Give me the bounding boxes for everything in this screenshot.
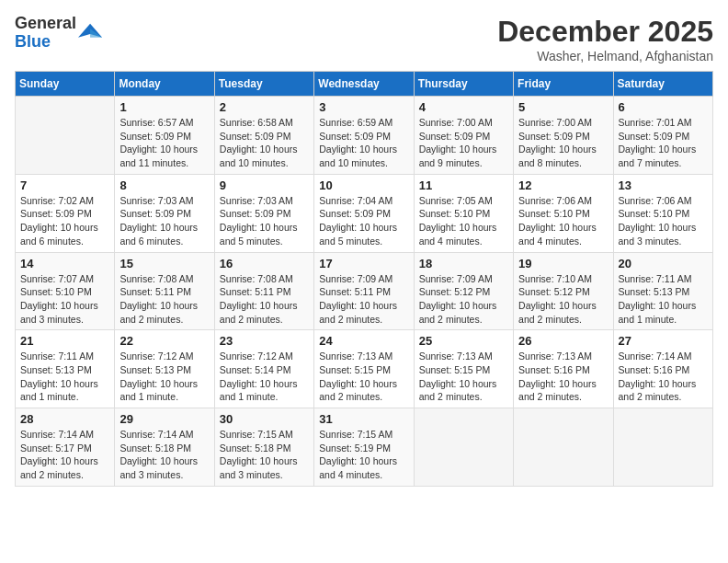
day-number: 2 [220, 100, 309, 114]
calendar-header-cell: Saturday [613, 72, 712, 97]
calendar-header-cell: Tuesday [214, 72, 313, 97]
calendar-header-cell: Monday [115, 72, 214, 97]
calendar-header-cell: Friday [514, 72, 613, 97]
calendar-day-cell: 11Sunrise: 7:05 AM Sunset: 5:10 PM Dayli… [414, 174, 513, 252]
calendar-day-cell: 18Sunrise: 7:09 AM Sunset: 5:12 PM Dayli… [414, 252, 513, 330]
day-number: 28 [20, 412, 109, 426]
calendar-day-cell: 2Sunrise: 6:58 AM Sunset: 5:09 PM Daylig… [214, 97, 313, 175]
calendar-day-cell: 28Sunrise: 7:14 AM Sunset: 5:17 PM Dayli… [16, 408, 115, 487]
calendar-day-cell [514, 408, 613, 487]
month-title: December 2025 [497, 15, 713, 49]
calendar-week-row: 7Sunrise: 7:02 AM Sunset: 5:09 PM Daylig… [16, 174, 713, 252]
calendar-day-cell: 1Sunrise: 6:57 AM Sunset: 5:09 PM Daylig… [115, 97, 214, 175]
calendar-day-cell: 5Sunrise: 7:00 AM Sunset: 5:09 PM Daylig… [514, 97, 613, 175]
day-info: Sunrise: 7:03 AM Sunset: 5:09 PM Dayligh… [119, 195, 198, 247]
day-number: 10 [319, 178, 408, 192]
calendar-day-cell: 22Sunrise: 7:12 AM Sunset: 5:13 PM Dayli… [115, 330, 214, 408]
calendar-table: SundayMondayTuesdayWednesdayThursdayFrid… [15, 71, 713, 487]
day-number: 3 [319, 100, 408, 114]
page-header: General Blue December 2025 Washer, Helma… [15, 15, 713, 63]
day-number: 27 [619, 334, 708, 348]
day-number: 23 [220, 334, 309, 348]
day-number: 20 [619, 257, 708, 270]
day-info: Sunrise: 7:00 AM Sunset: 5:09 PM Dayligh… [518, 117, 597, 168]
day-info: Sunrise: 7:15 AM Sunset: 5:19 PM Dayligh… [319, 429, 397, 480]
calendar-day-cell: 14Sunrise: 7:07 AM Sunset: 5:10 PM Dayli… [16, 252, 115, 330]
day-info: Sunrise: 7:06 AM Sunset: 5:10 PM Dayligh… [518, 195, 597, 247]
day-number: 12 [518, 178, 608, 192]
calendar-day-cell: 4Sunrise: 7:00 AM Sunset: 5:09 PM Daylig… [414, 97, 513, 175]
day-number: 11 [419, 178, 508, 192]
calendar-day-cell: 7Sunrise: 7:02 AM Sunset: 5:09 PM Daylig… [16, 174, 115, 252]
day-info: Sunrise: 7:13 AM Sunset: 5:15 PM Dayligh… [319, 350, 397, 402]
day-info: Sunrise: 7:13 AM Sunset: 5:16 PM Dayligh… [518, 350, 597, 402]
day-info: Sunrise: 7:09 AM Sunset: 5:11 PM Dayligh… [319, 273, 397, 325]
day-info: Sunrise: 6:58 AM Sunset: 5:09 PM Dayligh… [220, 117, 298, 168]
logo-icon [78, 20, 104, 46]
day-number: 21 [20, 334, 109, 348]
day-info: Sunrise: 7:13 AM Sunset: 5:15 PM Dayligh… [419, 350, 497, 402]
calendar-day-cell: 10Sunrise: 7:04 AM Sunset: 5:09 PM Dayli… [314, 174, 414, 252]
calendar-header-cell: Sunday [16, 72, 115, 97]
calendar-day-cell: 21Sunrise: 7:11 AM Sunset: 5:13 PM Dayli… [16, 330, 115, 408]
calendar-day-cell: 6Sunrise: 7:01 AM Sunset: 5:09 PM Daylig… [613, 97, 712, 175]
day-number: 16 [220, 257, 309, 270]
calendar-week-row: 14Sunrise: 7:07 AM Sunset: 5:10 PM Dayli… [16, 252, 713, 330]
day-info: Sunrise: 7:11 AM Sunset: 5:13 PM Dayligh… [20, 350, 98, 402]
calendar-week-row: 21Sunrise: 7:11 AM Sunset: 5:13 PM Dayli… [16, 330, 713, 408]
calendar-day-cell [613, 408, 712, 487]
calendar-day-cell: 13Sunrise: 7:06 AM Sunset: 5:10 PM Dayli… [613, 174, 712, 252]
day-number: 6 [619, 100, 708, 114]
day-info: Sunrise: 7:12 AM Sunset: 5:13 PM Dayligh… [119, 350, 198, 402]
day-info: Sunrise: 7:05 AM Sunset: 5:10 PM Dayligh… [419, 195, 497, 247]
day-info: Sunrise: 7:15 AM Sunset: 5:18 PM Dayligh… [220, 429, 298, 480]
day-number: 14 [20, 257, 109, 270]
calendar-day-cell: 12Sunrise: 7:06 AM Sunset: 5:10 PM Dayli… [514, 174, 613, 252]
calendar-day-cell: 8Sunrise: 7:03 AM Sunset: 5:09 PM Daylig… [115, 174, 214, 252]
calendar-day-cell: 23Sunrise: 7:12 AM Sunset: 5:14 PM Dayli… [214, 330, 313, 408]
day-info: Sunrise: 7:14 AM Sunset: 5:18 PM Dayligh… [119, 429, 198, 480]
title-block: December 2025 Washer, Helmand, Afghanist… [497, 15, 713, 63]
calendar-day-cell: 27Sunrise: 7:14 AM Sunset: 5:16 PM Dayli… [613, 330, 712, 408]
calendar-week-row: 28Sunrise: 7:14 AM Sunset: 5:17 PM Dayli… [16, 408, 713, 487]
day-number: 5 [518, 100, 608, 114]
day-info: Sunrise: 6:57 AM Sunset: 5:09 PM Dayligh… [119, 117, 198, 168]
calendar-header-row: SundayMondayTuesdayWednesdayThursdayFrid… [16, 72, 713, 97]
calendar-day-cell: 17Sunrise: 7:09 AM Sunset: 5:11 PM Dayli… [314, 252, 414, 330]
day-number: 29 [119, 412, 209, 426]
day-number: 4 [419, 100, 508, 114]
calendar-day-cell: 25Sunrise: 7:13 AM Sunset: 5:15 PM Dayli… [414, 330, 513, 408]
calendar-day-cell: 31Sunrise: 7:15 AM Sunset: 5:19 PM Dayli… [314, 408, 414, 487]
calendar-day-cell: 3Sunrise: 6:59 AM Sunset: 5:09 PM Daylig… [314, 97, 414, 175]
day-info: Sunrise: 7:11 AM Sunset: 5:13 PM Dayligh… [619, 273, 697, 325]
logo-general-text: General [15, 15, 76, 33]
day-number: 25 [419, 334, 508, 348]
day-info: Sunrise: 7:00 AM Sunset: 5:09 PM Dayligh… [419, 117, 497, 168]
calendar-day-cell: 9Sunrise: 7:03 AM Sunset: 5:09 PM Daylig… [214, 174, 313, 252]
day-number: 13 [619, 178, 708, 192]
day-number: 1 [119, 100, 209, 114]
calendar-header-cell: Wednesday [314, 72, 414, 97]
calendar-day-cell: 26Sunrise: 7:13 AM Sunset: 5:16 PM Dayli… [514, 330, 613, 408]
day-info: Sunrise: 7:04 AM Sunset: 5:09 PM Dayligh… [319, 195, 397, 247]
day-info: Sunrise: 7:08 AM Sunset: 5:11 PM Dayligh… [119, 273, 198, 325]
location: Washer, Helmand, Afghanistan [497, 49, 713, 63]
day-info: Sunrise: 7:09 AM Sunset: 5:12 PM Dayligh… [419, 273, 497, 325]
day-info: Sunrise: 7:08 AM Sunset: 5:11 PM Dayligh… [220, 273, 298, 325]
day-number: 9 [220, 178, 309, 192]
calendar-day-cell: 16Sunrise: 7:08 AM Sunset: 5:11 PM Dayli… [214, 252, 313, 330]
day-number: 17 [319, 257, 408, 270]
day-number: 22 [119, 334, 209, 348]
calendar-day-cell: 30Sunrise: 7:15 AM Sunset: 5:18 PM Dayli… [214, 408, 313, 487]
calendar-day-cell: 20Sunrise: 7:11 AM Sunset: 5:13 PM Dayli… [613, 252, 712, 330]
day-info: Sunrise: 7:03 AM Sunset: 5:09 PM Dayligh… [220, 195, 298, 247]
logo-blue-text: Blue [15, 33, 76, 52]
day-number: 18 [419, 257, 508, 270]
calendar-day-cell: 24Sunrise: 7:13 AM Sunset: 5:15 PM Dayli… [314, 330, 414, 408]
calendar-body: 1Sunrise: 6:57 AM Sunset: 5:09 PM Daylig… [16, 97, 713, 487]
day-info: Sunrise: 7:01 AM Sunset: 5:09 PM Dayligh… [619, 117, 697, 168]
day-info: Sunrise: 7:12 AM Sunset: 5:14 PM Dayligh… [220, 350, 298, 402]
day-info: Sunrise: 7:10 AM Sunset: 5:12 PM Dayligh… [518, 273, 597, 325]
day-number: 31 [319, 412, 408, 426]
day-number: 30 [220, 412, 309, 426]
